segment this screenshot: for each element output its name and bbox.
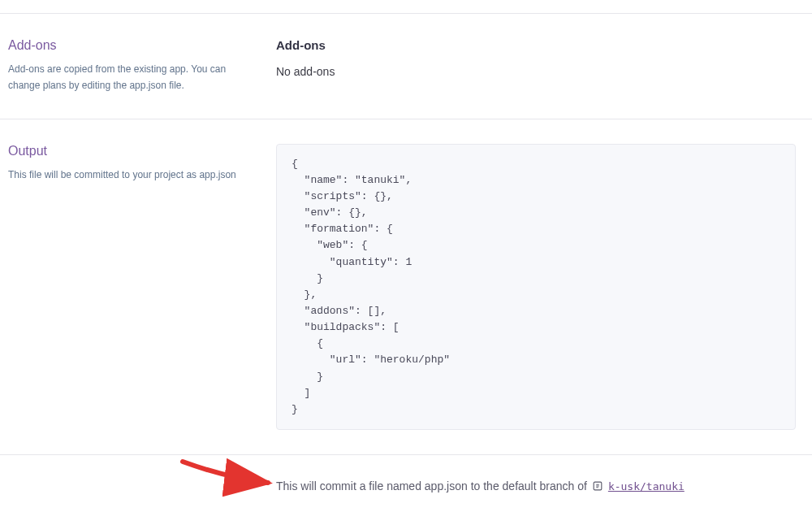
commit-footer: This will commit a file named app.json t… [0, 455, 812, 512]
addons-section: Add-ons Add-ons are copied from the exis… [0, 13, 812, 119]
addons-sub-heading: Add-ons [276, 38, 796, 52]
addons-heading: Add-ons [8, 38, 252, 53]
output-code-block: { "name": "tanuki", "scripts": {}, "env"… [276, 144, 796, 430]
output-heading: Output [8, 144, 252, 158]
repo-icon [592, 480, 603, 492]
commit-text-prefix: This will commit a file named app.json t… [276, 479, 587, 492]
output-right-col: { "name": "tanuki", "scripts": {}, "env"… [276, 144, 804, 430]
output-description: This file will be committed to your proj… [8, 167, 252, 183]
addons-description: Add-ons are copied from the existing app… [8, 61, 252, 94]
addons-empty-text: No add-ons [276, 65, 796, 78]
addons-left-col: Add-ons Add-ons are copied from the exis… [8, 38, 276, 94]
output-left-col: Output This file will be committed to yo… [8, 144, 276, 430]
output-section: Output This file will be committed to yo… [0, 119, 812, 455]
commit-description: This will commit a file named app.json t… [276, 479, 804, 492]
addons-right-col: Add-ons No add-ons [276, 38, 804, 94]
repo-link[interactable]: k-usk/tanuki [608, 480, 685, 492]
